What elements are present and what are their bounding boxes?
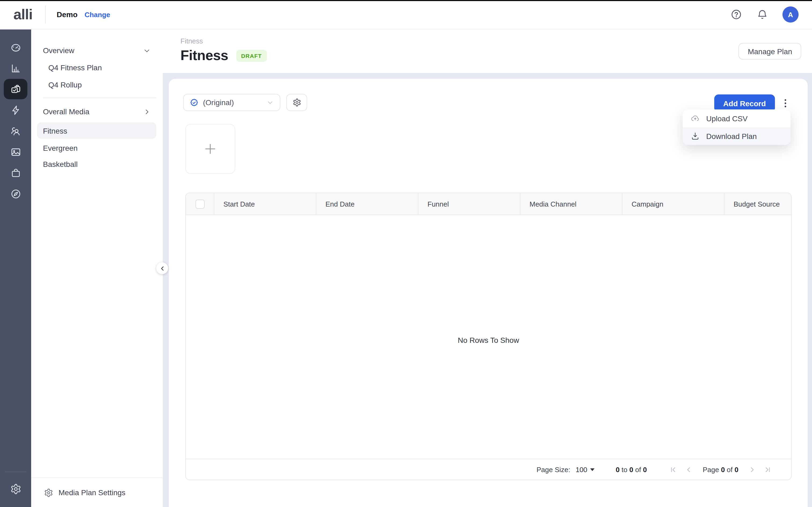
app-header: alli Demo Change A: [0, 0, 812, 30]
user-avatar[interactable]: A: [782, 6, 799, 22]
sidebar-divider: [43, 98, 156, 98]
alli-logo[interactable]: alli: [13, 6, 33, 23]
help-icon[interactable]: [730, 9, 742, 20]
column-header-budget-source[interactable]: Budget Source: [724, 193, 791, 215]
rail-bar-chart-icon[interactable]: [4, 58, 28, 78]
verified-badge-icon: [190, 98, 199, 107]
rail-people-icon[interactable]: [4, 121, 28, 141]
rail-shopping-bag-icon[interactable]: [4, 163, 28, 183]
sidebar-collapse-button[interactable]: [156, 262, 168, 274]
sidebar-item-q4-fitness-plan[interactable]: Q4 Fitness Plan: [31, 60, 163, 76]
table-footer: Page Size: 100 0 to 0 of 0: [186, 459, 791, 480]
rail-compass-icon[interactable]: [4, 183, 28, 204]
basketball-label: Basketball: [43, 160, 78, 168]
view-settings-gear-button[interactable]: [286, 94, 307, 111]
workspace-name: Demo: [57, 10, 78, 19]
table-header-row: Start Date End Date Funnel Media Channel…: [186, 193, 791, 215]
change-workspace-link[interactable]: Change: [85, 10, 110, 18]
sidebar-item-overview[interactable]: Overview: [31, 42, 163, 58]
next-page-icon[interactable]: [748, 465, 756, 473]
plus-icon: [203, 142, 217, 156]
download-plan-label: Download Plan: [706, 132, 757, 140]
sidebar-item-overall-media[interactable]: Overall Media: [31, 104, 163, 120]
media-plan-settings-button[interactable]: Media Plan Settings: [31, 477, 163, 507]
rail-lightning-bolt-icon[interactable]: [4, 100, 28, 120]
chevron-down-icon: [266, 99, 274, 106]
rail-settings-gear-icon[interactable]: [4, 478, 28, 499]
column-header-media-channel[interactable]: Media Channel: [520, 193, 622, 215]
page-size-label: Page Size:: [537, 465, 570, 473]
q4-rollup-label: Q4 Rollup: [48, 80, 82, 89]
menu-item-download-plan[interactable]: Download Plan: [682, 127, 791, 145]
column-header-start-date[interactable]: Start Date: [214, 193, 316, 215]
records-table: Start Date End Date Funnel Media Channel…: [185, 192, 792, 480]
rail-gauge-dashboard-icon[interactable]: [4, 37, 28, 57]
column-header-end-date[interactable]: End Date: [316, 193, 418, 215]
more-options-menu: Upload CSV Download Plan: [682, 109, 791, 145]
upload-csv-label: Upload CSV: [706, 114, 748, 123]
first-page-icon[interactable]: [669, 465, 677, 473]
cloud-upload-icon: [691, 114, 700, 123]
rail-media-plan-icon[interactable]: [4, 79, 28, 99]
gear-icon: [44, 488, 53, 497]
main-content: Fitness Fitness DRAFT Manage Plan (Origi…: [163, 30, 812, 507]
manage-plan-button[interactable]: Manage Plan: [739, 43, 801, 60]
plan-card: (Original) Add Record Upload CSV: [169, 79, 808, 507]
sidebar-item-fitness-selected[interactable]: Fitness: [37, 122, 156, 139]
q4-fitness-plan-label: Q4 Fitness Plan: [48, 63, 102, 72]
header-actions: A: [730, 6, 799, 22]
sidebar-item-q4-rollup[interactable]: Q4 Rollup: [31, 77, 163, 93]
breadcrumb[interactable]: Fitness: [181, 37, 203, 45]
notifications-bell-icon[interactable]: [757, 9, 768, 20]
select-all-cell: [186, 193, 214, 215]
header-divider: [45, 5, 45, 23]
rail-divider: [5, 471, 26, 472]
overview-label: Overview: [43, 46, 74, 55]
page-size-caret-icon: [590, 468, 594, 471]
version-selector-value: (Original): [203, 98, 234, 107]
sidebar-item-evergreen[interactable]: Evergreen: [31, 140, 163, 156]
add-plan-version-tile[interactable]: [185, 124, 235, 174]
chevron-down-icon: [143, 46, 151, 54]
page-size-value: 100: [576, 465, 587, 473]
fitness-label: Fitness: [43, 126, 67, 135]
version-selector-dropdown[interactable]: (Original): [183, 94, 280, 111]
empty-table-message: No Rows To Show: [186, 336, 791, 344]
app-window: alli Demo Change A: [0, 0, 812, 507]
status-badge-draft: DRAFT: [236, 50, 267, 61]
overall-media-label: Overall Media: [43, 107, 89, 116]
plan-sidebar: Overview Q4 Fitness Plan Q4 Rollup Overa…: [31, 30, 163, 507]
menu-item-upload-csv[interactable]: Upload CSV: [682, 109, 791, 127]
select-all-checkbox[interactable]: [195, 199, 204, 209]
download-icon: [691, 131, 700, 140]
last-page-icon[interactable]: [764, 465, 772, 473]
column-header-campaign[interactable]: Campaign: [622, 193, 724, 215]
more-options-kebab-button[interactable]: [780, 96, 791, 111]
page-size-select[interactable]: 100: [576, 465, 594, 473]
row-range-summary: 0 to 0 of 0: [616, 465, 647, 473]
sidebar-item-basketball[interactable]: Basketball: [31, 156, 163, 172]
icon-rail: [0, 30, 31, 507]
window-top-edge: [0, 0, 812, 1]
column-header-funnel[interactable]: Funnel: [418, 193, 520, 215]
page-title: Fitness: [181, 47, 228, 64]
chevron-right-icon: [143, 108, 151, 116]
page-header-band: Fitness Fitness DRAFT Manage Plan: [163, 30, 812, 73]
media-plan-settings-label: Media Plan Settings: [58, 488, 125, 497]
previous-page-icon[interactable]: [685, 465, 693, 473]
pagination-controls: Page 0 of 0: [669, 465, 772, 473]
page-indicator: Page 0 of 0: [703, 465, 739, 473]
rail-image-icon[interactable]: [4, 142, 28, 162]
rail-bottom-section: [0, 471, 31, 507]
evergreen-label: Evergreen: [43, 144, 78, 152]
